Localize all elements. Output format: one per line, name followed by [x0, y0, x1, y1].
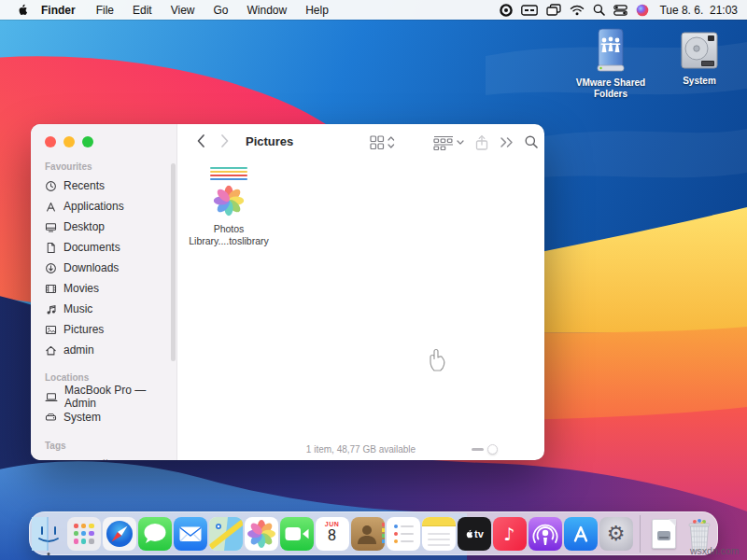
finder-sidebar: Favourites Recents Applications Desktop …: [31, 124, 177, 460]
applications-icon: [45, 201, 57, 213]
dock-music-icon[interactable]: ♪: [493, 517, 527, 551]
close-button[interactable]: [45, 136, 56, 147]
file-photos-library[interactable]: Photos Library....toslibrary: [176, 167, 281, 247]
dock-contacts-icon[interactable]: [351, 517, 385, 551]
dock-apple-tv-icon[interactable]: tv: [458, 517, 491, 551]
calendar-day-label: 8: [328, 527, 336, 543]
menu-item-go[interactable]: Go: [204, 4, 238, 17]
back-chevron-icon[interactable]: [196, 133, 205, 148]
sidebar-item-label: Recents: [63, 179, 105, 192]
sidebar-scrollbar[interactable]: [171, 163, 176, 361]
icon-view-control-icon[interactable]: [370, 134, 396, 150]
finder-running-indicator: [47, 553, 49, 555]
menu-item-edit[interactable]: Edit: [123, 4, 162, 17]
menu-item-file[interactable]: File: [87, 4, 123, 17]
sidebar-item-label: Applications: [63, 200, 124, 213]
desktop-icon-system[interactable]: System: [669, 30, 730, 87]
dock-document-disk-icon[interactable]: [647, 517, 681, 551]
calendar-month-label: JUN: [325, 521, 340, 527]
finder-window: Favourites Recents Applications Desktop …: [31, 124, 544, 460]
sidebar-item-label: Documents: [63, 241, 120, 254]
dock-safari-icon[interactable]: [103, 517, 136, 551]
sidebar-item-documents[interactable]: Documents: [31, 237, 176, 258]
sidebar-item-movies[interactable]: Movies: [31, 278, 176, 299]
sidebar-item-downloads[interactable]: Downloads: [31, 258, 176, 278]
window-status-bar: 1 item, 48,77 GB available: [177, 438, 544, 460]
shared-folders-drive-icon: [587, 28, 634, 75]
photos-library-icon: [210, 167, 247, 219]
sidebar-item-system-drive[interactable]: System: [31, 407, 176, 427]
desktop-icon-label: VMware Shared Folders: [568, 77, 654, 100]
sidebar-item-label: Music: [63, 302, 92, 315]
desktop-icon-vmware-shared-folders[interactable]: VMware Shared Folders: [568, 28, 654, 100]
drive-icon: [45, 412, 57, 424]
finder-content-area[interactable]: Photos Library....toslibrary: [178, 161, 544, 438]
menu-clock[interactable]: Tue 8. 6. 21:03: [659, 4, 738, 17]
sidebar-item-macbook-pro[interactable]: MacBook Pro — Admin: [31, 386, 176, 407]
desktop-icon-label: System: [683, 76, 716, 87]
menu-bar: Finder File Edit View Go Window Help Tue…: [0, 0, 747, 20]
dock-podcasts-icon[interactable]: [529, 517, 562, 551]
record-indicator-icon[interactable]: [500, 4, 513, 17]
sidebar-item-music[interactable]: Music: [31, 299, 176, 319]
sidebar-item-tag-krasny[interactable]: Красный: [31, 455, 176, 460]
control-center-icon[interactable]: [613, 5, 627, 16]
window-titlebar[interactable]: Pictures: [177, 124, 544, 161]
laptop-icon: [45, 391, 58, 403]
sidebar-item-label: admin: [63, 343, 94, 357]
dock-maps-icon[interactable]: [209, 517, 243, 551]
dock-launchpad-icon[interactable]: [67, 517, 101, 551]
forward-chevron-icon[interactable]: [220, 133, 230, 148]
more-toolbar-icon[interactable]: [500, 136, 514, 148]
watermark: wsxdn.com: [690, 545, 740, 556]
minimize-button[interactable]: [63, 136, 75, 147]
share-icon: [474, 134, 489, 151]
file-name-label: Photos Library....toslibrary: [176, 223, 281, 247]
download-circle-icon: [45, 262, 57, 274]
sidebar-item-label: MacBook Pro — Admin: [64, 384, 176, 410]
apple-menu-icon[interactable]: [11, 3, 32, 17]
sidebar-item-label: Красный: [63, 458, 108, 460]
menu-item-finder[interactable]: Finder: [32, 4, 87, 17]
wifi-icon[interactable]: [570, 5, 585, 16]
search-icon[interactable]: [524, 134, 539, 149]
film-icon: [45, 283, 57, 295]
icon-size-slider[interactable]: [472, 444, 498, 455]
sidebar-item-label: Desktop: [63, 220, 105, 233]
menu-item-view[interactable]: View: [162, 4, 204, 17]
dock: JUN 8 tv ♪ ⚙: [29, 511, 718, 555]
dock-finder-icon[interactable]: [32, 517, 65, 551]
sidebar-item-pictures[interactable]: Pictures: [31, 319, 176, 340]
hard-drive-icon: [677, 30, 722, 73]
sidebar-item-admin[interactable]: admin: [31, 340, 176, 360]
spotlight-search-icon[interactable]: [593, 4, 605, 16]
tag-dot-icon: [45, 459, 57, 461]
group-by-icon[interactable]: [433, 134, 465, 150]
dock-messages-icon[interactable]: [138, 517, 172, 551]
dock-calendar-icon[interactable]: JUN 8: [316, 517, 349, 551]
menu-item-window[interactable]: Window: [238, 4, 297, 17]
clock-icon: [45, 180, 57, 192]
dock-photos-icon[interactable]: [245, 517, 278, 551]
dock-notes-icon[interactable]: [422, 517, 456, 551]
dock-separator: [640, 515, 641, 553]
dock-reminders-icon[interactable]: [387, 517, 420, 551]
sidebar-item-label: Pictures: [63, 323, 104, 336]
input-source-icon[interactable]: [521, 5, 538, 16]
dock-facetime-icon[interactable]: [280, 517, 314, 551]
desktop-icon: [45, 221, 57, 233]
sidebar-item-applications[interactable]: Applications: [31, 196, 176, 217]
sidebar-item-recents[interactable]: Recents: [31, 175, 176, 196]
menu-item-help[interactable]: Help: [296, 4, 338, 17]
dock-mail-icon[interactable]: [174, 517, 207, 551]
sidebar-header-favourites: Favourites: [45, 161, 176, 172]
sidebar-item-label: System: [63, 411, 101, 424]
siri-icon[interactable]: [636, 4, 649, 17]
window-title: Pictures: [246, 134, 293, 148]
dock-system-preferences-icon[interactable]: ⚙: [599, 517, 633, 551]
pictures-icon: [45, 324, 57, 336]
sidebar-item-desktop[interactable]: Desktop: [31, 217, 176, 237]
dock-app-store-icon[interactable]: [564, 517, 598, 551]
zoom-button[interactable]: [82, 136, 93, 147]
displays-icon[interactable]: [546, 4, 561, 16]
